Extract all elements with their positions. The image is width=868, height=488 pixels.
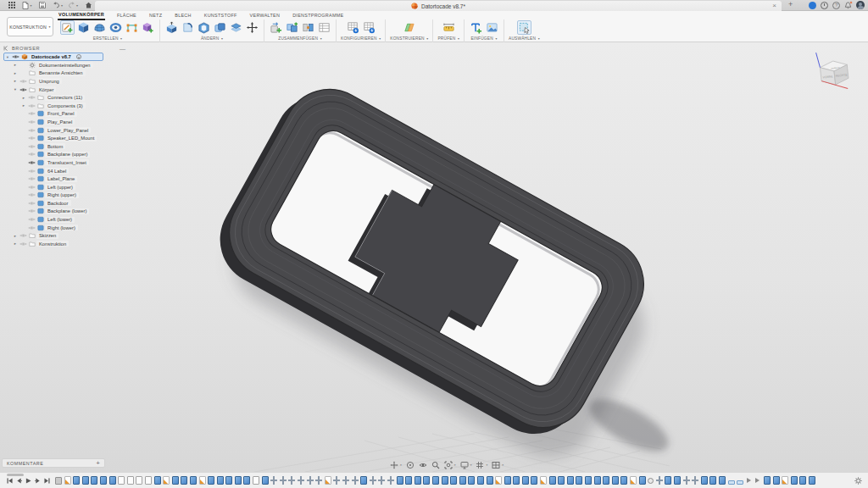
timeline-feature-box[interactable]: [719, 476, 726, 485]
timeline-feature-box[interactable]: [612, 476, 619, 485]
ribbon-tab-kunststoff[interactable]: KUNSTSTOFF: [203, 12, 238, 19]
ribbon-group-label[interactable]: KONFIGURIEREN ▾: [341, 36, 381, 41]
timeline-feature-sketch[interactable]: [495, 476, 502, 485]
timeline-feature-sketch[interactable]: [540, 476, 547, 485]
timeline-feature-page[interactable]: [136, 476, 142, 485]
tree-item[interactable]: Right (lower): [20, 224, 129, 232]
timeline-feature-sketch[interactable]: [782, 476, 788, 485]
tree-expand-icon[interactable]: ▸: [12, 234, 19, 238]
view-cube[interactable]: OBEN VORNE RECHTS: [809, 47, 860, 98]
timeline-feature-joint[interactable]: [692, 476, 698, 485]
timeline-feature-sketch[interactable]: [64, 476, 71, 485]
home-icon[interactable]: [83, 1, 93, 9]
timeline-feature-box[interactable]: [477, 476, 484, 485]
timeline-feature-joint[interactable]: [683, 476, 690, 485]
model-3d-bezel[interactable]: [0, 42, 868, 472]
sync-status-icon[interactable]: [821, 2, 828, 9]
tree-root-item[interactable]: ▾Datortocade v8.7: [3, 53, 103, 61]
timeline-feature-box[interactable]: [620, 476, 627, 485]
timeline-feature-box[interactable]: [154, 476, 161, 485]
tree-item[interactable]: ▸Konstruktion: [12, 240, 129, 248]
timeline-feature-sketch[interactable]: [163, 476, 170, 485]
visibility-eye-icon[interactable]: [27, 225, 36, 230]
visibility-eye-icon[interactable]: [27, 176, 36, 181]
timeline-feature-box[interactable]: [360, 476, 367, 485]
tree-item[interactable]: Translucent_Inset: [20, 158, 129, 167]
visibility-eye-icon[interactable]: [19, 241, 28, 247]
tree-item[interactable]: ▸Components (3): [20, 102, 129, 110]
timeline-feature-box[interactable]: [172, 476, 179, 485]
timeline-feature-joint[interactable]: [315, 476, 322, 485]
timeline-feature-joint[interactable]: [342, 476, 349, 485]
ribbon-tab-dienstprogramme[interactable]: DIENSTPROGRAMME: [292, 12, 344, 19]
visibility-eye-icon[interactable]: [27, 160, 36, 165]
extrude-button[interactable]: [76, 20, 91, 35]
timeline-feature-box[interactable]: [442, 476, 448, 485]
timeline-feature-flat[interactable]: [737, 480, 743, 485]
orbit-icon[interactable]: [406, 461, 415, 469]
timeline-feature-link[interactable]: [648, 478, 654, 484]
combine-button[interactable]: [213, 20, 227, 35]
timeline-feature-box[interactable]: [415, 476, 421, 485]
timeline-feature-sketch[interactable]: [325, 476, 331, 485]
tab-close-icon[interactable]: ×: [772, 2, 776, 10]
visibility-eye-icon[interactable]: [27, 119, 36, 125]
timeline-feature-box[interactable]: [225, 476, 232, 485]
visibility-eye-icon[interactable]: [19, 79, 28, 84]
redo-icon[interactable]: ▾: [68, 1, 78, 9]
ribbon-group-label[interactable]: ÄNDERN ▾: [201, 36, 223, 41]
fit-icon[interactable]: ▾: [444, 461, 456, 469]
timeline-feature-box[interactable]: [665, 476, 671, 485]
timeline-feature-page[interactable]: [145, 476, 152, 485]
timeline-feature-box[interactable]: [567, 476, 574, 485]
timeline-feature-arrow[interactable]: [746, 476, 753, 485]
visibility-eye-icon[interactable]: [27, 192, 36, 197]
timeline-feature-box[interactable]: [262, 476, 269, 485]
timeline-feature-box[interactable]: [504, 476, 511, 485]
offset-face-button[interactable]: [229, 20, 243, 35]
timeline-feature-page[interactable]: [253, 476, 259, 485]
insert-button[interactable]: [469, 20, 483, 35]
timeline-feature-page[interactable]: [127, 476, 134, 485]
tree-item[interactable]: Left (upper): [20, 183, 129, 191]
visibility-eye-icon[interactable]: [27, 208, 36, 214]
timeline-feature-box[interactable]: [208, 476, 214, 485]
3d-sketch-button[interactable]: [125, 20, 139, 35]
timeline-feature-box[interactable]: [594, 476, 601, 485]
configuration-table-button[interactable]: [362, 20, 376, 35]
timeline-feature-box[interactable]: [487, 476, 493, 485]
visibility-eye-icon[interactable]: [27, 111, 36, 116]
visibility-eye-icon[interactable]: [27, 144, 36, 149]
undo-icon[interactable]: ▾: [53, 1, 63, 9]
timeline-feature-box[interactable]: [709, 476, 716, 485]
new-tab-icon[interactable]: +: [788, 0, 793, 8]
tree-expand-icon[interactable]: ▸: [12, 79, 19, 83]
timeline-step-forward-button[interactable]: [35, 478, 41, 484]
timeline-feature-box[interactable]: [809, 476, 815, 485]
timeline-feature-box[interactable]: [549, 476, 556, 485]
timeline-play-button[interactable]: [25, 478, 31, 484]
ribbon-group-label[interactable]: AUSWÄHLEN ▾: [509, 36, 540, 41]
timeline-feature-box[interactable]: [468, 476, 475, 485]
tree-item[interactable]: Backplane (upper): [20, 151, 129, 159]
display-settings-icon[interactable]: ▾: [460, 461, 472, 469]
notifications-bell-icon[interactable]: [844, 2, 852, 9]
tree-item[interactable]: Label_Plane: [20, 175, 129, 183]
timeline-feature-box[interactable]: [513, 476, 520, 485]
tree-item[interactable]: Front_Panel: [20, 110, 129, 119]
file-menu-icon[interactable]: ▾: [22, 1, 32, 9]
visibility-eye-icon[interactable]: [27, 217, 36, 222]
tree-item[interactable]: Bottom: [20, 142, 129, 151]
document-tab[interactable]: Datortocade v8.7* ×: [95, 1, 782, 11]
timeline-feature-sketch[interactable]: [630, 476, 637, 485]
timeline-feature-box[interactable]: [459, 476, 466, 485]
timeline-feature-box[interactable]: [764, 476, 771, 485]
tree-item[interactable]: 64 Label: [20, 167, 129, 175]
visibility-eye-icon[interactable]: [27, 136, 36, 141]
viewports-icon[interactable]: ▾: [492, 461, 504, 469]
timeline-feature-box[interactable]: [217, 476, 224, 485]
timeline-feature-box[interactable]: [423, 476, 430, 485]
comments-bar[interactable]: KOMMENTARE +: [2, 458, 105, 468]
tree-item[interactable]: Backplane (lower): [20, 208, 129, 216]
timeline-feature-box[interactable]: [576, 476, 582, 485]
